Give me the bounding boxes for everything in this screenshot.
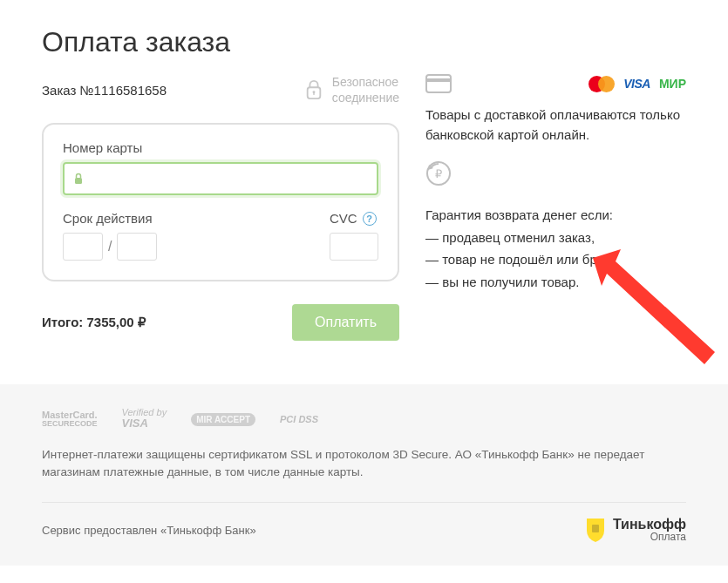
pay-button[interactable]: Оплатить: [292, 304, 399, 341]
footer: MasterCard.SECURECODE Verified by VISA M…: [0, 384, 728, 566]
total-amount: Итого: 7355,00 ₽: [42, 315, 146, 330]
svg-text:₽: ₽: [435, 167, 442, 180]
cvc-input[interactable]: [330, 233, 378, 261]
tinkoff-logo: Тинькофф Оплата: [585, 517, 686, 543]
svg-rect-2: [313, 92, 314, 95]
help-icon[interactable]: ?: [363, 212, 377, 226]
visa-logo: VISA: [623, 77, 650, 91]
mir-logo: МИР: [659, 77, 686, 91]
cvc-label: CVC: [330, 211, 357, 226]
guarantee-title: Гарантия возврата денег если:: [425, 204, 686, 227]
delivery-info: Товары с доставкой оплачиваются только б…: [425, 105, 686, 145]
service-provider-text: Сервис предоставлен «Тинькофф Банк»: [42, 524, 256, 537]
mastercard-securecode-logo: MasterCard.SECURECODE: [42, 410, 98, 429]
svg-rect-5: [426, 78, 451, 82]
guarantee-item: — продавец отменил заказ,: [425, 227, 686, 249]
shield-icon: [585, 517, 606, 543]
guarantee-block: Гарантия возврата денег если: — продавец…: [425, 204, 686, 293]
guarantee-item: — вы не получили товар.: [425, 271, 686, 294]
footer-security-text: Интернет-платежи защищены сертификатом S…: [42, 446, 686, 482]
refund-icon: ₽: [425, 160, 452, 186]
card-number-input[interactable]: [63, 162, 378, 195]
lock-icon: [73, 173, 84, 185]
svg-rect-3: [75, 178, 82, 184]
mastercard-logo: [589, 76, 615, 92]
expiry-separator: /: [108, 239, 112, 254]
svg-rect-10: [592, 525, 599, 532]
secure-label: Безопасное соединение: [332, 74, 399, 105]
guarantee-item: — товар не подошёл или брак,: [425, 248, 686, 271]
page-title: Оплата заказа: [42, 26, 686, 58]
expiry-month-input[interactable]: [63, 233, 103, 261]
secure-connection: Безопасное соединение: [304, 74, 399, 105]
expiry-label: Срок действия: [63, 211, 157, 226]
card-number-label: Номер карты: [63, 140, 378, 155]
expiry-year-input[interactable]: [117, 233, 157, 261]
order-number: Заказ №1116581658: [42, 83, 167, 98]
card-icon: [425, 74, 452, 93]
pci-dss-logo: PCI DSS: [280, 414, 318, 424]
card-form: Номер карты Срок действия /: [42, 123, 399, 281]
svg-rect-4: [426, 75, 451, 92]
payment-logos: VISA МИР: [589, 76, 686, 92]
verified-by-visa-logo: Verified by VISA: [122, 407, 167, 430]
mir-accept-logo: MIR ACCEPT: [191, 414, 255, 424]
lock-icon: [304, 78, 323, 101]
